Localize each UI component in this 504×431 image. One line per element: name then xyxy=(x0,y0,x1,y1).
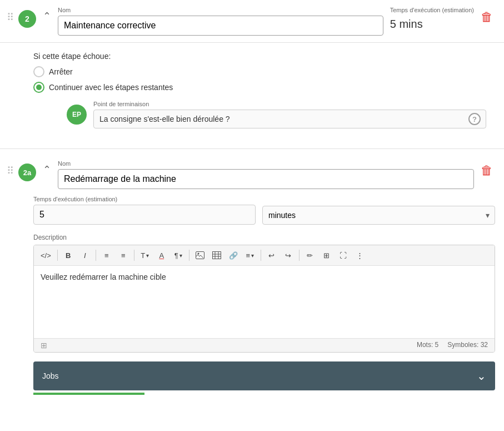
toolbar-table-btn[interactable] xyxy=(209,247,224,263)
step-2-delete-button[interactable]: 🗑 xyxy=(478,10,495,24)
word-count: Mots: 5 xyxy=(417,341,438,350)
toolbar-align-btn[interactable]: ≡ xyxy=(242,247,258,263)
editor-content[interactable]: Veuillez redémarrer la machine cible xyxy=(34,266,495,338)
failure-label: Si cette étape échoue: xyxy=(33,52,495,61)
step-2-name-group: Nom xyxy=(58,7,383,36)
step-2-collapse-button[interactable]: ⌃ xyxy=(41,10,53,22)
radio-continue-label: Continuer avec les étapes restantes xyxy=(49,83,173,92)
toolbar-bold-btn[interactable]: B xyxy=(61,247,76,263)
toolbar-fullscreen-btn[interactable]: ⛶ xyxy=(336,247,351,263)
step-2-name-input[interactable] xyxy=(58,16,383,36)
toolbar-sep-5 xyxy=(261,250,261,261)
toolbar-more-btn[interactable]: ⋮ xyxy=(352,247,368,263)
radio-stop[interactable]: Arrêter xyxy=(33,66,495,77)
toolbar-code-btn[interactable]: </> xyxy=(37,247,54,263)
editor-resize-handle[interactable]: ⊞ xyxy=(41,341,47,350)
endpoint-field-wrapper: ? xyxy=(93,110,486,128)
step-2-time-value: 5 mins xyxy=(390,16,474,33)
description-label: Description xyxy=(33,234,495,241)
step-2-fields: Nom Temps d'exécution (estimation) 5 min… xyxy=(58,7,474,36)
toolbar-italic-btn[interactable]: I xyxy=(77,247,93,263)
step-2a-name-label: Nom xyxy=(58,160,474,167)
step-2a-body: Temps d'exécution (estimation) minutes h… xyxy=(0,196,504,404)
toolbar-ol-btn[interactable]: ≡ xyxy=(116,247,131,263)
toolbar-paragraph-btn[interactable]: ¶ xyxy=(171,247,186,263)
editor-footer: ⊞ Mots: 5 Symboles: 32 xyxy=(34,338,495,352)
jobs-label: Jobs xyxy=(42,371,59,380)
time-input-label: Temps d'exécution (estimation) xyxy=(33,196,256,202)
drag-handle-step2a[interactable]: ⠿ xyxy=(7,165,14,177)
words-label: Mots: xyxy=(417,341,433,349)
ep-badge: EP xyxy=(67,105,87,125)
step-2a-fields: Nom xyxy=(58,160,474,189)
toolbar-image-btn[interactable] xyxy=(192,247,208,263)
step-2a-name-input[interactable] xyxy=(58,169,474,189)
time-input-group: Temps d'exécution (estimation) xyxy=(33,196,256,225)
symbols-value: 32 xyxy=(481,341,488,349)
radio-stop-circle xyxy=(33,66,44,77)
toolbar-clear-format-btn[interactable]: ⊞ xyxy=(319,247,335,263)
editor-container: </> B I ≡ ≡ T A ¶ xyxy=(33,245,495,353)
radio-continue[interactable]: Continuer avec les étapes restantes xyxy=(33,82,495,93)
jobs-chevron-icon: ⌄ xyxy=(477,369,486,383)
bottom-green-line xyxy=(33,393,144,395)
step-2-badge: 2 xyxy=(18,10,36,28)
endpoint-label: Point de terminaison xyxy=(93,101,486,107)
step-2-time-group: Temps d'exécution (estimation) 5 mins xyxy=(390,7,474,33)
symbols-label: Symboles: xyxy=(447,341,478,349)
step-2a-delete-button[interactable]: 🗑 xyxy=(478,164,495,178)
toolbar-sep-1 xyxy=(57,250,58,261)
toolbar-color-btn[interactable]: A xyxy=(154,247,169,263)
toolbar-redo-btn[interactable]: ↪ xyxy=(281,247,296,263)
endpoint-field-group: Point de terminaison ? xyxy=(93,101,486,128)
jobs-accordion[interactable]: Jobs ⌄ xyxy=(33,361,495,390)
time-input[interactable] xyxy=(33,205,256,225)
step-2-header: ⠿ 2 ⌃ Nom Temps d'exécution (estimation)… xyxy=(0,0,504,43)
svg-rect-2 xyxy=(212,252,221,259)
radio-group: Arrêter Continuer avec les étapes restan… xyxy=(33,66,495,93)
toolbar-sep-6 xyxy=(299,250,300,261)
unit-select-wrapper: minutes heures jours ▾ xyxy=(262,206,495,225)
section-divider xyxy=(0,148,504,149)
toolbar-undo-btn[interactable]: ↩ xyxy=(264,247,280,263)
toolbar-sep-2 xyxy=(96,250,96,261)
radio-stop-label: Arrêter xyxy=(49,67,73,76)
step-2a-name-group: Nom xyxy=(58,160,474,189)
words-value: 5 xyxy=(435,341,439,349)
step-2-name-label: Nom xyxy=(58,7,383,13)
endpoint-input[interactable] xyxy=(93,110,486,128)
endpoint-help-icon[interactable]: ? xyxy=(468,113,481,125)
failure-section: Si cette étape échoue: Arrêter Continuer… xyxy=(0,43,504,144)
drag-handle-step2[interactable]: ⠿ xyxy=(7,11,14,23)
svg-point-1 xyxy=(197,253,199,255)
editor-toolbar: </> B I ≡ ≡ T A ¶ xyxy=(34,245,495,266)
toolbar-sep-4 xyxy=(189,250,189,261)
toolbar-heading-btn[interactable]: T xyxy=(137,247,153,263)
toolbar-sep-3 xyxy=(134,250,134,261)
step-2a-collapse-button[interactable]: ⌃ xyxy=(41,164,53,176)
step-2-time-label: Temps d'exécution (estimation) xyxy=(390,7,474,13)
unit-select[interactable]: minutes heures jours xyxy=(262,206,495,225)
step-2a-badge: 2a xyxy=(18,164,36,181)
radio-continue-circle xyxy=(33,82,44,93)
toolbar-link-btn[interactable]: 🔗 xyxy=(226,247,241,263)
toolbar-paint-btn[interactable]: ✏ xyxy=(302,247,318,263)
time-row: Temps d'exécution (estimation) minutes h… xyxy=(33,196,495,225)
toolbar-ul-btn[interactable]: ≡ xyxy=(99,247,114,263)
symbol-count: Symboles: 32 xyxy=(447,341,488,350)
endpoint-section: EP Point de terminaison ? xyxy=(67,101,486,128)
step-2a-header: ⠿ 2a ⌃ Nom 🗑 xyxy=(0,153,504,196)
